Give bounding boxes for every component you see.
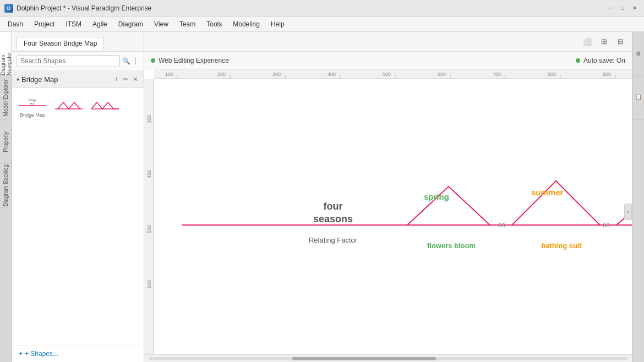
spring-label: spring xyxy=(424,192,449,201)
four-seasons-text: fourseasons xyxy=(297,200,369,226)
canvas-scroll-area[interactable]: fourseasons Relating Factor spring as xyxy=(154,79,632,354)
window-controls: ─ □ ✕ xyxy=(605,3,640,13)
section-title: Bridge Map xyxy=(21,75,113,84)
web-editing-right: Auto save: On xyxy=(576,57,625,64)
diagram-canvas: fourseasons Relating Factor spring as xyxy=(154,79,632,354)
property-tab-1[interactable]: ⚙ xyxy=(632,32,644,76)
svg-text:100: 100 xyxy=(165,72,173,77)
ruler-left-svg: 300 400 500 600 xyxy=(144,79,154,354)
ruler-top: 100 200 300 400 500 600 700 800 900 xyxy=(154,69,632,79)
add-section-button[interactable]: + xyxy=(113,74,119,84)
canvas-area: ⬜ ⊞ ⊟ Web Editing Experience Auto save: … xyxy=(144,32,632,362)
svg-text:400: 400 xyxy=(146,170,152,178)
toolbar-icon-2[interactable]: ⊞ xyxy=(597,35,611,49)
shape-thumbnail-3[interactable] xyxy=(89,96,121,117)
sidebar-item-diagram-navigator[interactable]: Diagram Navigator xyxy=(0,32,12,76)
bathing-suit-text: bathing suit xyxy=(528,242,594,250)
menu-item-view[interactable]: View xyxy=(149,18,174,30)
menu-item-project[interactable]: Project xyxy=(29,18,60,30)
summer-label: summer xyxy=(531,188,563,197)
canvas-toolbar: ⬜ ⊞ ⊟ xyxy=(144,32,632,52)
bridge-diagram-svg xyxy=(154,79,632,354)
search-input[interactable] xyxy=(17,55,120,67)
plus-icon: + xyxy=(19,350,23,358)
far-left-tabs: Diagram Navigator Model Explorer Propert… xyxy=(0,32,12,362)
ruler-left: 300 400 500 600 xyxy=(144,79,154,354)
shape-thumb-2-svg xyxy=(55,98,83,114)
svg-text:300: 300 xyxy=(146,115,152,123)
maximize-button[interactable]: □ xyxy=(618,3,627,13)
svg-text:600: 600 xyxy=(438,72,446,77)
status-dot xyxy=(151,58,155,63)
sidebar-item-model-explorer[interactable]: Model Explorer xyxy=(0,76,12,120)
property-tab-2[interactable]: 📋 xyxy=(632,76,644,120)
close-button[interactable]: ✕ xyxy=(630,3,640,13)
add-shapes-label: + Shapes... xyxy=(25,350,58,358)
search-icon[interactable]: 🔍 xyxy=(122,57,130,65)
minimize-button[interactable]: ─ xyxy=(605,3,615,13)
scrollbar-thumb xyxy=(292,357,436,360)
relating-factor-text: Relating Factor xyxy=(292,236,374,244)
add-shapes-button[interactable]: + + Shapes... xyxy=(12,345,144,362)
app-title: Dolphin Project * - Visual Paradigm Ente… xyxy=(17,4,605,12)
svg-text:500: 500 xyxy=(383,72,391,77)
scrollbar-track xyxy=(149,357,627,360)
leaves-change-text: leaves changecolor xyxy=(629,239,632,257)
diagram-tab-header: Four Season Bridge Map xyxy=(12,32,144,52)
section-actions: + ✏ ✕ xyxy=(113,74,139,84)
ruler-top-svg: 100 200 300 400 500 600 700 800 900 xyxy=(154,69,632,79)
auto-save-dot xyxy=(576,58,580,63)
toolbar-icon-3[interactable]: ⊟ xyxy=(613,35,627,49)
svg-text:600: 600 xyxy=(146,280,152,288)
shape-thumbnail-bridge-map[interactable]: Bridge Map Bridge Map xyxy=(17,92,48,120)
menu-item-modeling[interactable]: Modeling xyxy=(227,18,265,30)
svg-text:Map: Map xyxy=(30,102,35,105)
bottom-scrollbar[interactable] xyxy=(144,354,632,362)
menu-item-help[interactable]: Help xyxy=(265,18,290,30)
canvas-content[interactable]: 100 200 300 400 500 600 700 800 900 xyxy=(144,69,632,354)
edit-section-button[interactable]: ✏ xyxy=(122,74,129,84)
auto-save-label: Auto save: On xyxy=(583,57,625,64)
title-bar: D Dolphin Project * - Visual Paradigm En… xyxy=(0,0,644,17)
svg-text:300: 300 xyxy=(272,72,281,77)
svg-text:900: 900 xyxy=(603,72,611,77)
collapse-panel-button[interactable]: ‹ xyxy=(624,204,632,220)
web-editing-left: Web Editing Experience xyxy=(151,57,229,64)
sidebar-item-diagram-backlog[interactable]: Diagram Backlog xyxy=(0,164,12,208)
app-icon: D xyxy=(4,4,13,13)
menu-bar: DashProjectITSMAgileDiagramViewTeamTools… xyxy=(0,17,644,32)
svg-text:800: 800 xyxy=(548,72,556,77)
as-text-1: as xyxy=(498,221,505,229)
svg-text:500: 500 xyxy=(146,225,152,233)
search-box: 🔍 ⋮ xyxy=(12,52,144,71)
main-layout: Diagram Navigator Model Explorer Propert… xyxy=(0,32,644,362)
menu-item-diagram[interactable]: Diagram xyxy=(113,18,149,30)
shape-thumbnail-2[interactable] xyxy=(53,96,85,117)
flowers-bloom-text: flowers bloom xyxy=(418,242,484,250)
diagram-tab-label[interactable]: Four Season Bridge Map xyxy=(17,37,104,50)
chevron-down-icon: ▾ xyxy=(17,76,19,83)
svg-text:400: 400 xyxy=(328,72,336,77)
menu-item-agile[interactable]: Agile xyxy=(87,18,113,30)
sidebar-item-property[interactable]: Property xyxy=(0,120,12,164)
web-editing-label: Web Editing Experience xyxy=(159,57,229,64)
as-text-2: as xyxy=(603,221,610,229)
shape-thumb-3-svg xyxy=(91,98,119,114)
bridge-map-thumb-svg: Bridge Map xyxy=(19,95,46,111)
more-options-icon[interactable]: ⋮ xyxy=(132,57,139,65)
toolbar-icon-1[interactable]: ⬜ xyxy=(580,35,594,49)
bridge-map-header[interactable]: ▾ Bridge Map + ✏ ✕ xyxy=(12,71,144,88)
svg-text:200: 200 xyxy=(217,72,226,77)
menu-item-tools[interactable]: Tools xyxy=(201,18,227,30)
svg-text:Bridge: Bridge xyxy=(29,98,37,102)
shape-thumbnails: Bridge Map Bridge Map xyxy=(12,88,144,124)
menu-item-itsm[interactable]: ITSM xyxy=(60,18,87,30)
svg-text:700: 700 xyxy=(493,72,501,77)
left-panel: Four Season Bridge Map 🔍 ⋮ ▾ Bridge Map … xyxy=(12,32,144,362)
menu-item-dash[interactable]: Dash xyxy=(2,18,29,30)
bridge-map-section: ▾ Bridge Map + ✏ ✕ Bridge Map Bridg xyxy=(12,71,144,345)
property-sidebar: ⚙ 📋 xyxy=(632,32,644,362)
web-editing-bar: Web Editing Experience Auto save: On xyxy=(144,52,632,69)
close-section-button[interactable]: ✕ xyxy=(132,74,139,84)
menu-item-team[interactable]: Team xyxy=(174,18,201,30)
